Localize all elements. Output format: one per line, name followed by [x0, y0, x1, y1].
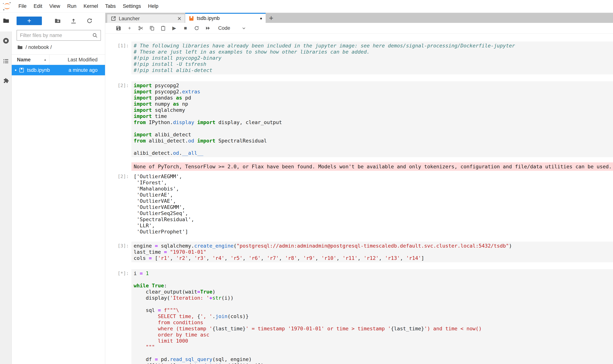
cut-icon — [138, 25, 144, 31]
tab-tsdb-ipynb[interactable]: tsdb.ipynb● — [185, 13, 266, 23]
folder-icon — [17, 44, 23, 50]
chevron-icon — [241, 26, 246, 31]
run-button[interactable]: ▶ — [169, 24, 180, 33]
cell-editor[interactable]: # The following libraries have already b… — [131, 41, 613, 74]
jupyter-logo-icon — [2, 1, 12, 11]
cell-output-result: [2]:['OutlierAEGMM', 'IForest', 'Mahalan… — [105, 172, 613, 235]
notebook-white-icon — [19, 67, 24, 73]
sidebar-tab-extension-manager[interactable] — [0, 75, 12, 87]
file-name: tsdb.ipynb — [27, 67, 68, 73]
file-list: •tsdb.ipynba minute ago — [12, 65, 105, 75]
output-prompt-empty — [105, 162, 131, 171]
file-last-modified: a minute ago — [68, 67, 105, 73]
cell-input-row: [1]:# The following libraries have alrea… — [105, 41, 613, 74]
dirty-indicator-icon: ● — [260, 16, 262, 20]
file-browser-toolbar: + — [12, 13, 105, 27]
breadcrumb-path: / notebook / — [26, 44, 52, 50]
launcher-icon — [110, 16, 116, 21]
cell-input-row: [*]:i = 1 while True: clear_output(wait=… — [105, 269, 613, 364]
toc-icon — [2, 58, 10, 65]
cell-input-row: [3]:engine = sqlalchemy.create_engine("p… — [105, 242, 613, 262]
upload-button[interactable] — [70, 17, 77, 25]
stop-icon: ■ — [183, 25, 188, 31]
copy-icon — [149, 25, 155, 31]
column-header-name[interactable]: Name ▲ — [12, 55, 49, 65]
input-prompt: [3]: — [105, 242, 131, 262]
file-filter-box — [16, 30, 101, 41]
cell-editor[interactable]: engine = sqlalchemy.create_engine("postg… — [131, 242, 613, 262]
copy-cells-button[interactable] — [146, 24, 158, 33]
name-column-label: Name — [17, 57, 31, 63]
column-header-last-modified[interactable]: Last Modified — [49, 55, 105, 65]
refresh-icon — [86, 17, 93, 24]
cell-input-row: [2]:import psycopg2 import psycopg2.extr… — [105, 81, 613, 157]
save-button[interactable] — [113, 24, 124, 33]
cell-type-dropdown[interactable]: Code — [218, 25, 246, 31]
code-cell: [2]:import psycopg2 import psycopg2.extr… — [105, 81, 613, 235]
upload-icon — [70, 17, 77, 24]
menu-item-edit[interactable]: Edit — [30, 0, 46, 13]
restart-kernel-button[interactable] — [191, 24, 202, 33]
menu-item-file[interactable]: File — [15, 0, 30, 13]
folder-icon — [2, 17, 10, 24]
restart-run-all-button[interactable] — [202, 24, 213, 33]
tab-label: Launcher — [119, 16, 177, 22]
new-folder-button[interactable] — [54, 17, 61, 25]
restart-icon — [194, 25, 200, 31]
cut-cells-button[interactable] — [135, 24, 146, 33]
search-icon — [92, 32, 98, 38]
notebook-orange-icon — [189, 16, 194, 21]
sidebar-tab-file-browser[interactable] — [0, 15, 12, 26]
sidebar-tab-running-sessions[interactable] — [0, 35, 12, 47]
menu-items: FileEditViewRunKernelTabsSettingsHelp — [15, 0, 162, 13]
code-cell: [3]:engine = sqlalchemy.create_engine("p… — [105, 242, 613, 262]
interrupt-kernel-button[interactable]: ■ — [180, 24, 191, 33]
menu-item-view[interactable]: View — [46, 0, 64, 13]
close-tab-icon[interactable]: × — [177, 15, 181, 22]
menu-item-tabs[interactable]: Tabs — [102, 0, 119, 13]
file-list-header: Name ▲ Last Modified — [12, 54, 105, 65]
file-browser-panel: + / notebook / Name ▲ Last Modified •tsd… — [12, 13, 105, 364]
input-prompt: [*]: — [105, 269, 131, 364]
tab-launcher[interactable]: Launcher× — [107, 14, 185, 23]
main-dock-area: Launcher×tsdb.ipynb● + +▶■ Code [1]:# Th… — [105, 13, 613, 364]
running-icon — [2, 37, 10, 44]
sort-ascending-icon: ▲ — [44, 58, 47, 61]
paste-icon — [160, 25, 166, 31]
tab-label: tsdb.ipynb — [197, 15, 260, 21]
menu-item-kernel[interactable]: Kernel — [80, 0, 102, 13]
file-row[interactable]: •tsdb.ipynba minute ago — [12, 65, 105, 75]
cell-output-stderr: None of PyTorch, TensorFlow >= 2.0, or F… — [105, 162, 613, 171]
refresh-file-list-button[interactable] — [86, 17, 93, 25]
input-prompt: [2]: — [105, 81, 131, 157]
breadcrumb[interactable]: / notebook / — [12, 42, 105, 52]
new-folder-icon — [54, 17, 61, 24]
new-tab-button[interactable]: + — [269, 14, 273, 22]
save-icon — [116, 25, 121, 31]
sidebar-tab-table-of-contents[interactable] — [0, 55, 12, 67]
left-activity-bar — [0, 13, 12, 364]
home-folder-icon[interactable] — [17, 44, 23, 50]
cell-type-value: Code — [218, 25, 230, 31]
menu-item-run[interactable]: Run — [64, 0, 80, 13]
kernel-running-indicator: • — [13, 67, 18, 73]
notebook-content: [1]:# The following libraries have alrea… — [105, 34, 613, 364]
run-icon: ▶ — [171, 25, 177, 31]
notebook-toolbar: +▶■ Code — [105, 23, 613, 34]
filter-files-input[interactable] — [20, 32, 92, 39]
puzzle-icon — [2, 77, 10, 84]
menu-item-settings[interactable]: Settings — [119, 0, 145, 13]
add-cell-button[interactable]: + — [124, 24, 135, 33]
dock-tab-bar: Launcher×tsdb.ipynb● + — [105, 13, 613, 23]
cell-editor[interactable]: import psycopg2 import psycopg2.extras i… — [131, 81, 613, 157]
new-launcher-button[interactable]: + — [16, 16, 42, 25]
jupyterlab-window: FileEditViewRunKernelTabsSettingsHelp + … — [0, 0, 613, 364]
search-icon — [92, 32, 98, 38]
menu-item-help[interactable]: Help — [144, 0, 162, 13]
paste-cells-button[interactable] — [158, 24, 169, 33]
cell-editor[interactable]: i = 1 while True: clear_output(wait=True… — [131, 269, 613, 364]
fast-forward-icon — [205, 25, 211, 31]
plus-icon: + — [127, 25, 133, 31]
input-prompt: [1]: — [105, 41, 131, 74]
menu-bar: FileEditViewRunKernelTabsSettingsHelp — [0, 0, 613, 13]
